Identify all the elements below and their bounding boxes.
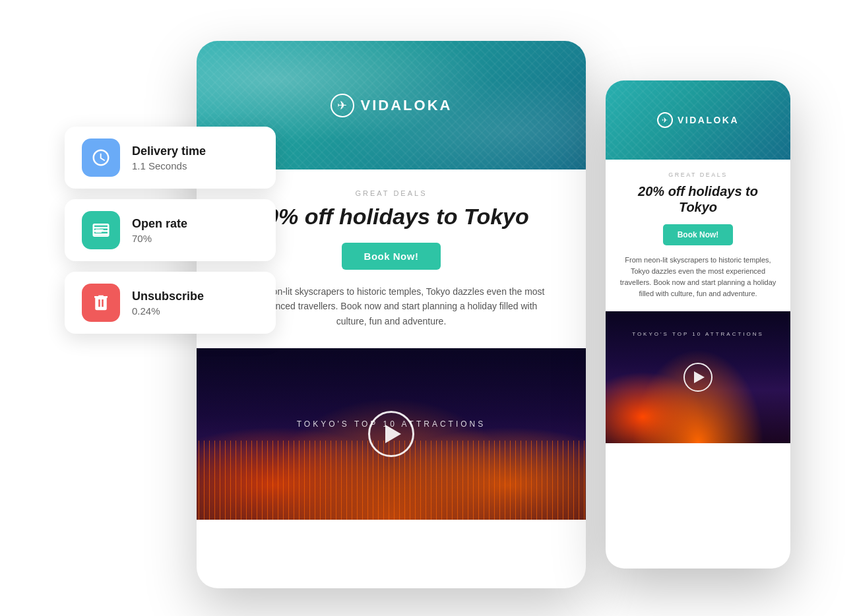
- delivery-icon-bg: [82, 139, 120, 177]
- mobile-plane-symbol: ✈: [662, 116, 668, 125]
- mobile-plane-icon: ✈: [657, 112, 673, 128]
- mobile-brand-logo: ✈ VIDALOKA: [657, 112, 739, 128]
- delivery-label: Delivery time: [132, 144, 206, 158]
- mobile-video-section: TOKYO'S TOP 10 ATTRACTIONS: [606, 311, 790, 443]
- mobile-brand-name: VIDALOKA: [678, 115, 739, 125]
- plane-icon: ✈: [331, 94, 354, 117]
- envelope-icon: [91, 220, 111, 240]
- mobile-book-now-button[interactable]: Book Now!: [663, 224, 734, 245]
- play-button[interactable]: [368, 411, 414, 457]
- svg-rect-0: [95, 227, 100, 229]
- unsubscribe-value: 0.24%: [132, 305, 204, 317]
- delivery-value: 1.1 Seconds: [132, 160, 206, 171]
- video-section: TOKYO'S TOP 10 ATTRACTIONS: [197, 348, 586, 520]
- unsubscribe-label: Unsubscribe: [132, 290, 204, 303]
- svg-rect-1: [95, 230, 104, 231]
- stat-card-unsubscribe: Unsubscribe 0.24%: [65, 272, 276, 334]
- delivery-stat-text: Delivery time 1.1 Seconds: [132, 144, 206, 171]
- brand-logo: ✈ VIDALOKA: [331, 94, 453, 117]
- mobile-great-deals-label: GREAT DEALS: [619, 171, 777, 178]
- stat-card-delivery: Delivery time 1.1 Seconds: [65, 127, 276, 189]
- clock-icon: [91, 148, 111, 168]
- book-now-button[interactable]: Book Now!: [342, 243, 441, 270]
- mobile-card: ✈ VIDALOKA GREAT DEALS 20% off holidays …: [606, 80, 790, 569]
- stat-card-open-rate: Open rate 70%: [65, 199, 276, 261]
- trash-icon: [91, 293, 111, 313]
- mobile-header: ✈ VIDALOKA: [606, 80, 790, 160]
- scene: ✈ VIDALOKA GREAT DEALS 20% off holidays …: [65, 28, 790, 588]
- svg-rect-2: [95, 231, 102, 233]
- mobile-video-label: TOKYO'S TOP 10 ATTRACTIONS: [632, 331, 764, 337]
- unsubscribe-icon-bg: [82, 284, 120, 322]
- mobile-body: GREAT DEALS 20% off holidays to Tokyo Bo…: [606, 160, 790, 311]
- open-rate-icon-bg: [82, 211, 120, 249]
- open-rate-label: Open rate: [132, 217, 187, 231]
- stats-cards: Delivery time 1.1 Seconds Open rate 70%: [65, 127, 276, 334]
- brand-name: VIDALOKA: [361, 97, 453, 114]
- unsubscribe-stat-text: Unsubscribe 0.24%: [132, 290, 204, 317]
- mobile-play-button[interactable]: [683, 363, 712, 392]
- plane-symbol: ✈: [337, 98, 347, 113]
- mobile-headline: 20% off holidays to Tokyo: [619, 183, 777, 215]
- open-rate-stat-text: Open rate 70%: [132, 217, 187, 244]
- open-rate-value: 70%: [132, 233, 187, 244]
- mobile-description-text: From neon-lit skyscrapers to historic te…: [619, 255, 777, 299]
